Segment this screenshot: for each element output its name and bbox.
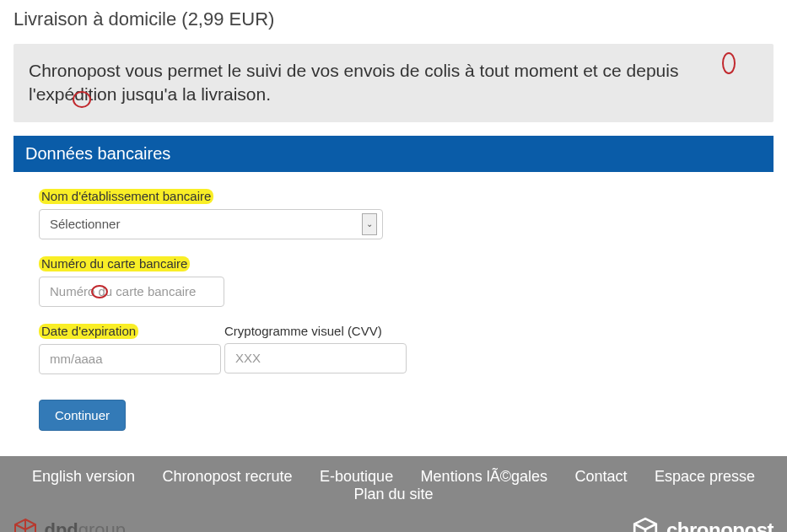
dpd-text: dpdgroup — [44, 519, 126, 532]
dpd-logo: dpdgroup — [13, 518, 126, 532]
bank-name-select[interactable]: Sélectionner ⌄ — [39, 209, 383, 239]
cube-icon — [633, 517, 658, 532]
footer-link-presse[interactable]: Espace presse — [655, 468, 755, 485]
svg-line-6 — [634, 524, 645, 529]
chevron-down-icon: ⌄ — [362, 213, 377, 235]
info-panel: Chronopost vous permet le suivi de vos e… — [13, 44, 774, 122]
field-row-exp-cvv: Date d'expiration Cryptogramme visuel (C… — [39, 324, 748, 374]
payment-form: Nom d'établissement bancaire Sélectionne… — [0, 172, 787, 456]
cvv-label: Cryptogramme visuel (CVV) — [224, 324, 382, 338]
field-expiration: Date d'expiration — [39, 324, 224, 374]
expiration-label: Date d'expiration — [39, 324, 138, 339]
expiration-input[interactable] — [39, 344, 221, 374]
continue-button[interactable]: Continuer — [39, 400, 126, 431]
cvv-input[interactable] — [224, 343, 407, 373]
footer-link-english[interactable]: English version — [32, 468, 135, 485]
cube-icon — [13, 518, 37, 532]
footer-link-mentions[interactable]: Mentions lÃ©gales — [421, 468, 547, 485]
page-title: Livraison à domicile (2,99 EUR) — [0, 0, 787, 44]
svg-line-2 — [15, 524, 25, 529]
field-card-number: Numéro du carte bancaire — [39, 256, 748, 307]
footer-link-contact[interactable]: Contact — [574, 468, 627, 485]
footer-link-recrute[interactable]: Chronopost recrute — [163, 468, 293, 485]
chronopost-text: chronopost — [666, 519, 774, 532]
bank-name-selected: Sélectionner — [50, 217, 362, 231]
svg-line-3 — [25, 524, 35, 529]
chronopost-logo: chronopost — [633, 517, 774, 532]
info-text: Chronopost vous permet le suivi de vos e… — [29, 59, 758, 107]
footer: English version Chronopost recrute E-bou… — [0, 456, 787, 532]
footer-link-plan[interactable]: Plan du site — [353, 486, 433, 502]
footer-logos: dpdgroup chronopost — [0, 503, 787, 532]
section-header: Données bancaires — [13, 136, 774, 172]
card-number-label: Numéro du carte bancaire — [39, 256, 190, 271]
svg-line-7 — [645, 524, 656, 529]
bank-name-label: Nom d'établissement bancaire — [39, 189, 213, 204]
card-number-input[interactable] — [39, 277, 224, 307]
field-bank-name: Nom d'établissement bancaire Sélectionne… — [39, 189, 748, 239]
footer-link-eboutique[interactable]: E-boutique — [320, 468, 393, 485]
footer-links: English version Chronopost recrute E-bou… — [0, 468, 787, 503]
field-cvv: Cryptogramme visuel (CVV) — [224, 324, 410, 374]
